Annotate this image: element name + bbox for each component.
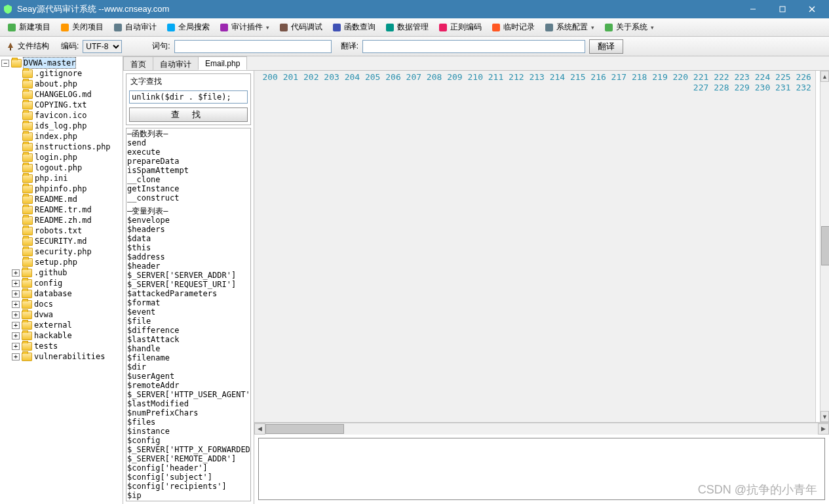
list-item[interactable]: $event [127, 307, 250, 317]
regex-encode-button[interactable]: 正则编码 [434, 20, 486, 35]
scroll-thumb-h[interactable] [265, 424, 344, 434]
scroll-thumb[interactable] [821, 226, 829, 265]
tree-file[interactable]: COPYING.txt [1, 100, 121, 110]
tree-folder[interactable]: +dvwa [1, 309, 121, 320]
list-item[interactable]: isSpamAttempt [127, 166, 250, 175]
tab-首页[interactable]: 首页 [123, 56, 153, 70]
tree-file[interactable]: CHANGELOG.md [1, 89, 121, 100]
expand-icon[interactable]: + [12, 332, 20, 339]
translate-input[interactable] [362, 40, 585, 53]
expand-icon[interactable]: + [12, 322, 20, 329]
tree-file[interactable]: login.php [1, 152, 121, 163]
list-item[interactable]: $header [127, 262, 250, 271]
list-item[interactable]: $format [127, 298, 250, 307]
tree-folder[interactable]: +tests [1, 341, 121, 351]
expand-icon[interactable]: + [12, 353, 20, 360]
text-search-input[interactable] [129, 90, 248, 104]
tree-file[interactable]: README.zh.md [1, 215, 121, 225]
tree-file[interactable]: logout.php [1, 163, 121, 173]
list-item[interactable]: $filename [127, 353, 250, 362]
expand-icon[interactable]: + [12, 280, 20, 287]
list-item[interactable]: $difference [127, 326, 250, 335]
scroll-up-icon[interactable]: ▲ [820, 71, 829, 82]
close-button[interactable] [797, 0, 826, 18]
list-item[interactable]: $_SERVER['HTTP_USER_AGENT'] [127, 390, 250, 399]
audit-plugin-button[interactable]: 审计插件 [215, 20, 273, 35]
tree-file[interactable]: setup.php [1, 257, 121, 267]
list-item[interactable]: $config['subject'] [127, 473, 250, 482]
list-item[interactable]: $config['recipients'] [127, 482, 250, 491]
scroll-left-icon[interactable]: ◀ [254, 423, 265, 435]
close-project-button[interactable]: 关闭项目 [56, 20, 107, 35]
tree-file[interactable]: SECURITY.md [1, 236, 121, 246]
temp-record-button[interactable]: 临时记录 [487, 20, 539, 35]
expand-icon[interactable]: + [12, 311, 20, 319]
sys-config-button[interactable]: 系统配置 [540, 20, 598, 35]
horizontal-scrollbar[interactable]: ◀ ▶ [254, 423, 829, 434]
tree-file[interactable]: instructions.php [1, 142, 121, 152]
tree-file[interactable]: .gitignore [1, 68, 121, 79]
list-item[interactable]: $_SERVER['SERVER_ADDR'] [127, 271, 250, 280]
tree-file[interactable]: robots.txt [1, 225, 121, 236]
tree-file[interactable]: README.md [1, 194, 121, 204]
tree-folder[interactable]: +external [1, 320, 121, 330]
list-item[interactable]: $lastAttack [127, 335, 250, 344]
tree-folder[interactable]: +docs [1, 299, 121, 309]
maximize-button[interactable] [767, 0, 797, 18]
list-item[interactable]: $headers [127, 225, 250, 234]
list-item[interactable]: $numPrefixChars [127, 408, 250, 417]
list-item[interactable]: getInstance [127, 184, 250, 193]
tree-folder[interactable]: +database [1, 288, 121, 299]
list-item[interactable]: $file [127, 317, 250, 326]
output-panel[interactable] [258, 438, 825, 500]
list-item[interactable]: $config['header'] [127, 463, 250, 473]
tree-file[interactable]: index.php [1, 131, 121, 142]
global-search-button[interactable]: 全局搜索 [162, 20, 214, 35]
collapse-icon[interactable]: − [1, 60, 9, 67]
list-item[interactable]: prepareData [127, 157, 250, 166]
tree-file[interactable]: phpinfo.php [1, 184, 121, 194]
tree-folder[interactable]: +.github [1, 267, 121, 278]
func-query-button[interactable]: 函数查询 [328, 20, 379, 35]
tree-file[interactable]: security.php [1, 246, 121, 257]
new-project-button[interactable]: 新建项目 [3, 20, 54, 35]
list-item[interactable]: $data [127, 234, 250, 243]
list-item[interactable]: __clone [127, 175, 250, 184]
list-item[interactable]: $config [127, 436, 250, 445]
list-item[interactable]: $_SERVER['HTTP_X_FORWARDED_ [127, 445, 250, 454]
list-item[interactable]: $files [127, 417, 250, 427]
list-item[interactable]: $userAgent [127, 372, 250, 381]
vertical-scrollbar[interactable]: ▲ ▼ [820, 71, 829, 422]
minimize-button[interactable] [738, 0, 767, 18]
tree-file[interactable]: README.tr.md [1, 204, 121, 215]
list-item[interactable]: $this [127, 243, 250, 252]
auto-audit-button[interactable]: 自动审计 [109, 20, 161, 35]
tree-folder[interactable]: +vulnerabilities [1, 351, 121, 362]
list-item[interactable]: $instance [127, 427, 250, 436]
list-item[interactable]: $handle [127, 344, 250, 353]
list-item[interactable]: $attackedParameters [127, 289, 250, 298]
list-item[interactable]: $lastModified [127, 399, 250, 408]
list-item[interactable]: send [127, 138, 250, 147]
code-debug-button[interactable]: 代码调试 [275, 20, 326, 35]
encoding-select[interactable]: UTF-8 [83, 40, 122, 53]
tree-folder[interactable]: +hackable [1, 330, 121, 341]
expand-icon[interactable]: + [12, 301, 20, 308]
symbol-list[interactable]: —函数列表—sendexecuteprepareDataisSpamAttemp… [126, 128, 251, 501]
expand-icon[interactable]: + [12, 269, 20, 277]
list-item[interactable]: execute [127, 147, 250, 157]
list-item[interactable]: __construct [127, 193, 250, 203]
scroll-down-icon[interactable]: ▼ [820, 411, 829, 422]
tree-file[interactable]: favicon.ico [1, 110, 121, 121]
tree-file[interactable]: about.php [1, 79, 121, 89]
tab-Email.php[interactable]: Email.php [198, 56, 247, 70]
text-search-button[interactable]: 查 找 [129, 107, 248, 122]
translate-button[interactable]: 翻译 [589, 39, 623, 54]
list-item[interactable]: $dir [127, 362, 250, 372]
list-item[interactable]: $ip [127, 491, 250, 500]
tree-file[interactable]: ids_log.php [1, 121, 121, 131]
tab-自动审计[interactable]: 自动审计 [153, 56, 199, 70]
list-item[interactable]: $address [127, 252, 250, 262]
scroll-right-icon[interactable]: ▶ [818, 423, 829, 435]
expand-icon[interactable]: + [12, 290, 20, 298]
